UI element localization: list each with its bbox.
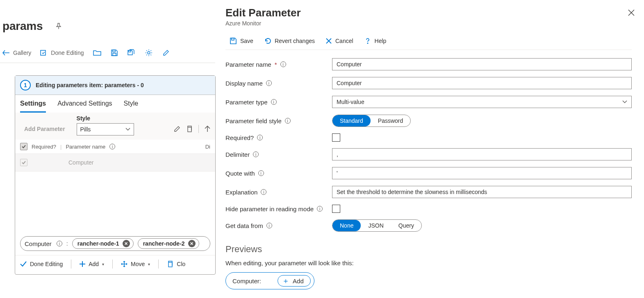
filter-pill[interactable]: rancher-node-2 ✕ <box>138 238 199 249</box>
done-editing-button[interactable]: Done Editing <box>40 50 84 56</box>
data-source-none[interactable]: None <box>332 220 361 231</box>
pin-icon[interactable] <box>55 23 62 30</box>
save-as-icon[interactable] <box>127 49 136 56</box>
col-extra: Di <box>205 144 210 150</box>
step-badge: 1 <box>20 80 31 90</box>
remove-icon[interactable]: ✕ <box>123 240 130 247</box>
card-footer: Done Editing Add ▾ Move ▾ Clo <box>15 255 215 274</box>
settings-icon[interactable] <box>145 49 153 56</box>
close-icon <box>325 38 332 44</box>
select-all-checkbox[interactable] <box>20 143 27 150</box>
plus-icon: ＋ <box>282 277 289 284</box>
done-editing-icon <box>40 50 48 56</box>
info-icon[interactable]: i <box>266 80 272 86</box>
cancel-label: Cancel <box>335 38 353 44</box>
required-indicator: * <box>275 61 277 68</box>
chevron-down-icon: ▾ <box>102 262 104 266</box>
save-icon <box>230 37 237 45</box>
preview-pill[interactable]: Computer: ＋ Add <box>225 272 314 289</box>
info-icon[interactable]: i <box>280 61 286 67</box>
data-source-query[interactable]: Query <box>391 220 421 231</box>
info-icon[interactable]: i <box>271 99 277 105</box>
save-icon[interactable] <box>110 49 118 56</box>
delimiter-label: Delimiter <box>225 151 250 158</box>
add-button[interactable]: Add ▾ <box>80 261 104 267</box>
filter-label: Computer <box>25 240 52 247</box>
display-name-field[interactable] <box>332 77 632 89</box>
svg-point-4 <box>148 52 150 54</box>
style-select[interactable]: Pills <box>77 123 134 135</box>
preview-add-label: Add <box>293 278 304 284</box>
parameter-type-select[interactable]: Multi-value <box>332 96 632 108</box>
row-edit-icon[interactable] <box>174 126 180 132</box>
info-icon[interactable]: i <box>266 223 272 228</box>
move-label: Move <box>131 261 145 267</box>
display-name-label: Display name <box>225 80 263 87</box>
close-icon[interactable] <box>628 9 635 16</box>
move-button[interactable]: Move ▾ <box>121 261 150 267</box>
data-source-json[interactable]: JSON <box>361 220 391 231</box>
filter-pill-row[interactable]: Computer i : rancher-node-1 ✕ rancher-no… <box>20 236 210 251</box>
field-style-standard[interactable]: Standard <box>332 115 371 126</box>
pill-label: rancher-node-1 <box>77 240 119 247</box>
required-checkbox[interactable] <box>332 133 340 142</box>
remove-icon[interactable]: ✕ <box>188 240 196 247</box>
svg-rect-1 <box>113 50 115 52</box>
row-checkbox[interactable] <box>20 159 27 166</box>
panel-title: Edit Parameter <box>225 7 632 19</box>
card-header-title: Editing parameters item: parameters - 0 <box>36 82 144 88</box>
col-divider: | <box>60 144 61 150</box>
explanation-field[interactable] <box>332 186 632 198</box>
style-label: Style <box>77 115 134 122</box>
row-copy-icon[interactable] <box>186 126 193 132</box>
chevron-down-icon: ▾ <box>148 262 150 266</box>
panel-toolbar: Save Revert changes Cancel Help <box>225 34 632 50</box>
svg-rect-3 <box>129 50 131 52</box>
info-icon[interactable]: i <box>57 241 62 246</box>
help-button[interactable]: Help <box>364 37 387 45</box>
gallery-button[interactable]: Gallery <box>2 50 31 56</box>
tab-style[interactable]: Style <box>124 100 139 113</box>
tab-advanced-settings[interactable]: Advanced Settings <box>57 100 112 113</box>
quote-with-label: Quote with <box>225 170 255 177</box>
done-editing-button[interactable]: Done Editing <box>20 261 63 267</box>
hide-parameter-checkbox[interactable] <box>332 205 340 213</box>
delimiter-field[interactable] <box>332 148 632 160</box>
cancel-button[interactable]: Cancel <box>325 38 353 44</box>
divider <box>158 260 159 269</box>
main-toolbar: Gallery Done Editing <box>0 43 215 63</box>
row-parameter-name: Computer <box>68 159 93 166</box>
svg-rect-6 <box>168 262 172 267</box>
info-icon[interactable]: i <box>317 206 323 212</box>
preview-add-chip[interactable]: ＋ Add <box>278 275 311 287</box>
pill-label: rancher-node-2 <box>143 240 185 247</box>
save-button[interactable]: Save <box>230 37 253 45</box>
info-icon[interactable]: i <box>257 135 263 140</box>
arrow-up-icon[interactable] <box>205 126 210 132</box>
tab-settings[interactable]: Settings <box>20 100 46 113</box>
info-icon[interactable]: i <box>253 151 259 157</box>
info-icon[interactable]: i <box>109 144 115 149</box>
info-icon[interactable]: i <box>258 170 264 176</box>
undo-icon <box>264 37 271 45</box>
info-icon[interactable]: i <box>285 118 291 124</box>
revert-button[interactable]: Revert changes <box>264 37 315 45</box>
chevron-down-icon <box>125 128 130 131</box>
clone-button[interactable]: Clo <box>167 261 185 267</box>
save-label: Save <box>240 38 253 44</box>
edit-icon[interactable] <box>162 50 170 56</box>
field-style-segment: Standard Password <box>332 115 411 127</box>
field-style-password[interactable]: Password <box>371 115 410 126</box>
add-parameter-button[interactable]: Add Parameter <box>20 123 69 135</box>
divider <box>198 125 199 133</box>
hide-parameter-label: Hide parameter in reading mode <box>225 205 314 212</box>
filter-pill[interactable]: rancher-node-1 ✕ <box>72 238 134 249</box>
divider <box>71 260 71 269</box>
parameter-name-field[interactable] <box>332 58 632 70</box>
quote-with-field[interactable] <box>332 167 632 179</box>
info-icon[interactable]: i <box>261 189 266 195</box>
help-icon <box>364 37 371 45</box>
table-row[interactable]: Computer <box>15 154 215 172</box>
open-icon[interactable] <box>93 50 101 56</box>
svg-rect-0 <box>41 50 46 55</box>
